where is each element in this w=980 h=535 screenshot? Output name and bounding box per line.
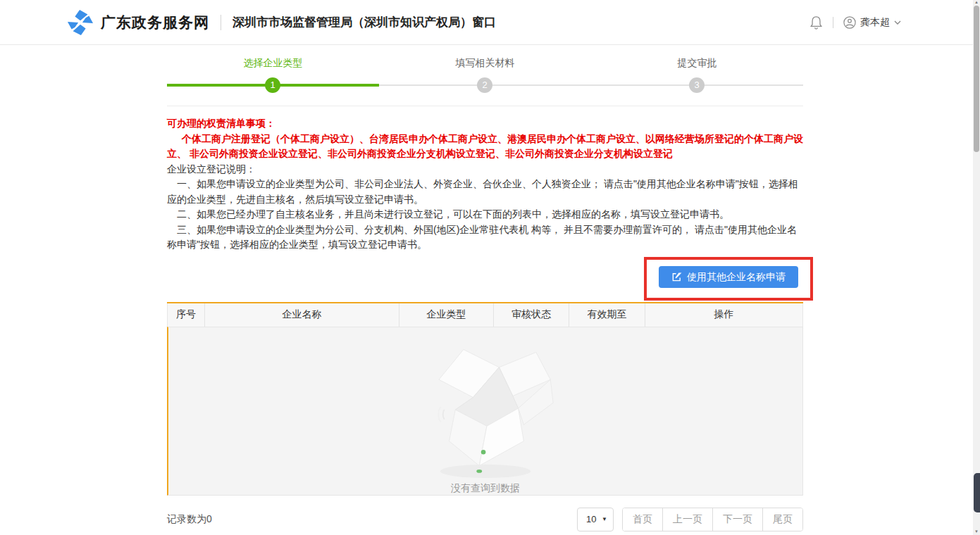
step-1-dot: 1 <box>265 77 280 93</box>
column-header-audit-status: 审核状态 <box>494 303 569 327</box>
empty-box-illustration <box>408 337 563 481</box>
first-page-button[interactable]: 首页 <box>623 508 663 531</box>
header-left: 广东政务服务网 深圳市市场监督管理局（深圳市知识产权局）窗口 <box>67 9 496 36</box>
pinwheel-logo-icon <box>67 9 94 36</box>
notice-item-2: 二、如果您已经办理了自主核名业务，并且尚未进行设立登记，可以在下面的列表中，选择… <box>167 207 803 222</box>
use-other-name-button[interactable]: 使用其他企业名称申请 <box>659 266 798 288</box>
scrollbar-thumb[interactable] <box>974 6 979 152</box>
step-2-label: 填写相关材料 <box>379 57 591 70</box>
action-row: 使用其他企业名称申请 <box>167 253 803 302</box>
header-right: 龚本超 <box>810 15 901 30</box>
notice-desc-title: 企业设立登记说明： <box>167 162 803 177</box>
column-header-company-name: 企业名称 <box>205 303 399 327</box>
main-content: 选择企业类型 填写相关材料 提交审批 1 2 3 可办理的权责清单事项： 个体工… <box>167 45 803 531</box>
side-floating-widget[interactable] <box>974 473 980 512</box>
notice-block: 可办理的权责清单事项： 个体工商户注册登记（个体工商户设立）、台湾居民申办个体工… <box>167 116 803 253</box>
window-title: 深圳市市场监督管理局（深圳市知识产权局）窗口 <box>232 14 496 30</box>
use-other-name-button-label: 使用其他企业名称申请 <box>687 271 786 284</box>
notice-item-3: 三、如果您申请设立的企业类型为分公司、分支机构、外国(地区)企业常驻代表机 构等… <box>167 222 803 253</box>
last-page-button[interactable]: 尾页 <box>763 508 802 531</box>
prev-page-button[interactable]: 上一页 <box>663 508 713 531</box>
top-header: 广东政务服务网 深圳市市场监督管理局（深圳市知识产权局）窗口 龚本超 <box>0 0 980 45</box>
annotation-highlight-box: 使用其他企业名称申请 <box>644 257 813 301</box>
table-empty-body: 没有查询到数据 <box>167 327 803 496</box>
step-2-dot: 2 <box>477 77 492 93</box>
empty-state-text: 没有查询到数据 <box>451 482 520 495</box>
notice-red-body: 个体工商户注册登记（个体工商户设立）、台湾居民申办个体工商户设立、港澳居民申办个… <box>167 132 803 162</box>
chevron-down-icon[interactable] <box>894 20 901 25</box>
record-count: 记录数为0 <box>167 513 212 526</box>
pagination: 10 ▼ 首页 上一页 下一页 尾页 <box>577 508 803 531</box>
step-3-label: 提交审批 <box>591 57 803 70</box>
column-header-valid-until: 有效期至 <box>569 303 645 327</box>
page-scrollbar[interactable]: ▲ ▼ <box>973 0 980 535</box>
header-right-divider <box>833 17 833 28</box>
scrollbar-up-arrow-icon[interactable]: ▲ <box>973 0 980 4</box>
user-circle-icon <box>843 16 856 29</box>
page-size-value: 10 <box>586 514 596 524</box>
bell-icon[interactable] <box>810 15 823 30</box>
user-name[interactable]: 龚本超 <box>860 16 890 29</box>
scrollbar-down-arrow-icon[interactable]: ▼ <box>973 529 980 534</box>
result-table: 序号 企业名称 企业类型 审核状态 有效期至 操作 <box>167 302 803 496</box>
step-track: 1 2 3 <box>167 77 803 94</box>
pagination-button-group: 首页 上一页 下一页 尾页 <box>622 508 803 531</box>
column-header-index: 序号 <box>168 303 205 327</box>
progress-line-inactive <box>379 84 803 86</box>
table-footer: 记录数为0 10 ▼ 首页 上一页 下一页 尾页 <box>167 508 803 531</box>
step-1-label: 选择企业类型 <box>167 57 379 70</box>
notice-red-title: 可办理的权责清单事项： <box>167 116 803 132</box>
brand-name: 广东政务服务网 <box>101 13 209 32</box>
select-caret-icon: ▼ <box>602 516 607 522</box>
step-wizard: 选择企业类型 填写相关材料 提交审批 1 2 3 <box>167 45 803 106</box>
table-header-row: 序号 企业名称 企业类型 审核状态 有效期至 操作 <box>167 303 803 327</box>
column-header-actions: 操作 <box>645 303 802 327</box>
edit-icon <box>671 272 682 282</box>
step-labels: 选择企业类型 填写相关材料 提交审批 <box>167 57 803 70</box>
column-header-company-type: 企业类型 <box>399 303 494 327</box>
notice-item-1: 一、如果您申请设立的企业类型为公司、非公司企业法人、外资企业、合伙企业、个人独资… <box>167 177 803 207</box>
step-3-dot: 3 <box>689 77 705 93</box>
page: 广东政务服务网 深圳市市场监督管理局（深圳市知识产权局）窗口 龚本超 <box>0 0 980 535</box>
header-divider <box>221 15 221 30</box>
steps-divider <box>167 106 803 106</box>
page-size-select[interactable]: 10 ▼ <box>577 508 614 531</box>
next-page-button[interactable]: 下一页 <box>713 508 763 531</box>
